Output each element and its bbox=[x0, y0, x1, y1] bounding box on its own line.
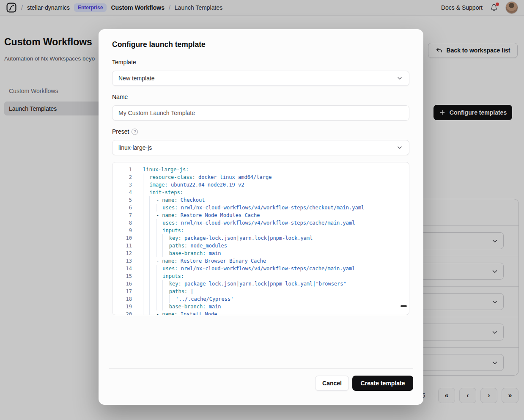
line-number: 7 bbox=[119, 211, 132, 219]
indent-guide bbox=[143, 280, 149, 288]
indent-guide bbox=[149, 280, 156, 288]
name-input[interactable] bbox=[112, 105, 409, 121]
template-select-value: New template bbox=[118, 75, 155, 82]
code-line: 14uses: nrwl/nx-cloud-workflows/v4/workf… bbox=[119, 265, 409, 272]
code-line: 16key: package-lock.json|yarn.lock|pnpm-… bbox=[119, 280, 409, 288]
indent-guide bbox=[143, 227, 149, 234]
line-number: 16 bbox=[119, 280, 132, 288]
indent-guide bbox=[149, 303, 156, 310]
indent-guide bbox=[143, 242, 149, 250]
preset-select-value: linux-large-js bbox=[118, 144, 152, 151]
indent-guide bbox=[143, 181, 149, 189]
indent-guide bbox=[149, 250, 156, 257]
indent-guide bbox=[149, 211, 156, 219]
indent-guide bbox=[156, 242, 162, 250]
code-line: 19base-branch: main bbox=[119, 303, 409, 310]
create-template-button[interactable]: Create template bbox=[352, 376, 413, 391]
indent-guide bbox=[162, 234, 169, 242]
indent-guide bbox=[149, 288, 156, 295]
indent-guide bbox=[156, 303, 162, 310]
name-field-label: Name bbox=[112, 93, 128, 100]
indent-guide bbox=[149, 265, 156, 272]
modal-footer-divider bbox=[109, 368, 413, 369]
preset-field-label: Preset ? bbox=[112, 128, 138, 135]
indent-guide bbox=[149, 295, 156, 303]
indent-guide bbox=[156, 204, 162, 211]
editor-scrollbar-thumb[interactable] bbox=[401, 305, 407, 307]
line-number: 14 bbox=[119, 265, 132, 272]
indent-guide bbox=[143, 295, 149, 303]
line-number: 8 bbox=[119, 219, 132, 227]
line-number: 6 bbox=[119, 204, 132, 211]
code-line: 7- name: Restore Node Modules Cache bbox=[119, 211, 409, 219]
template-select[interactable]: New template bbox=[112, 71, 409, 86]
indent-guide bbox=[143, 234, 149, 242]
line-number: 18 bbox=[119, 295, 132, 303]
indent-guide bbox=[143, 310, 149, 315]
indent-guide bbox=[143, 173, 149, 181]
line-number: 17 bbox=[119, 288, 132, 295]
indent-guide bbox=[143, 257, 149, 265]
indent-guide bbox=[143, 265, 149, 272]
line-number: 13 bbox=[119, 257, 132, 265]
indent-guide bbox=[156, 288, 162, 295]
indent-guide bbox=[143, 288, 149, 295]
code-line: 6uses: nrwl/nx-cloud-workflows/v4/workfl… bbox=[119, 204, 409, 211]
yaml-code-editor[interactable]: 1linux-large-js:2resource-class: docker_… bbox=[112, 162, 409, 315]
code-editor-lines: 1linux-large-js:2resource-class: docker_… bbox=[119, 166, 409, 315]
code-line: 10key: package-lock.json|yarn.lock|pnpm-… bbox=[119, 234, 409, 242]
line-number: 11 bbox=[119, 242, 132, 250]
indent-guide bbox=[156, 295, 162, 303]
indent-guide bbox=[143, 219, 149, 227]
code-line: 13- name: Restore Browser Binary Cache bbox=[119, 257, 409, 265]
code-line: 17paths: | bbox=[119, 288, 409, 295]
code-line: 20- name: Install Node bbox=[119, 310, 409, 315]
line-number: 4 bbox=[119, 189, 132, 196]
indent-guide bbox=[149, 204, 156, 211]
indent-guide bbox=[156, 250, 162, 257]
indent-guide bbox=[162, 242, 169, 250]
preset-select[interactable]: linux-large-js bbox=[112, 140, 409, 155]
code-line: 15inputs: bbox=[119, 272, 409, 280]
indent-guide bbox=[156, 227, 162, 234]
line-number: 19 bbox=[119, 303, 132, 310]
indent-guide bbox=[156, 234, 162, 242]
indent-guide bbox=[149, 196, 156, 204]
line-number: 2 bbox=[119, 173, 132, 181]
line-number: 1 bbox=[119, 166, 132, 173]
indent-guide bbox=[143, 303, 149, 310]
indent-guide bbox=[156, 280, 162, 288]
line-number: 12 bbox=[119, 250, 132, 257]
indent-guide bbox=[149, 234, 156, 242]
line-number: 9 bbox=[119, 227, 132, 234]
indent-guide bbox=[149, 257, 156, 265]
indent-guide bbox=[143, 204, 149, 211]
indent-guide bbox=[162, 295, 169, 303]
indent-guide bbox=[149, 310, 156, 315]
indent-guide bbox=[143, 211, 149, 219]
indent-guide bbox=[156, 219, 162, 227]
indent-guide bbox=[156, 265, 162, 272]
indent-guide bbox=[156, 272, 162, 280]
line-number: 5 bbox=[119, 196, 132, 204]
indent-guide bbox=[162, 288, 169, 295]
line-number: 15 bbox=[119, 272, 132, 280]
help-icon[interactable]: ? bbox=[132, 129, 138, 135]
indent-guide bbox=[162, 250, 169, 257]
indent-guide bbox=[149, 242, 156, 250]
code-line: 3image: ubuntu22.04-node20.19-v2 bbox=[119, 181, 409, 189]
code-line: 18'../.cache/Cypress' bbox=[119, 295, 409, 303]
code-line: 1linux-large-js: bbox=[119, 166, 409, 173]
line-number: 3 bbox=[119, 181, 132, 189]
modal-title: Configure launch template bbox=[112, 40, 206, 49]
code-line: 9inputs: bbox=[119, 227, 409, 234]
line-number: 20 bbox=[119, 310, 132, 315]
indent-guide bbox=[149, 272, 156, 280]
indent-guide bbox=[149, 227, 156, 234]
cancel-button[interactable]: Cancel bbox=[315, 376, 349, 391]
code-line: 11paths: node_modules bbox=[119, 242, 409, 250]
configure-launch-template-modal: Configure launch template Template New t… bbox=[99, 29, 423, 405]
indent-guide bbox=[143, 196, 149, 204]
indent-guide bbox=[149, 219, 156, 227]
code-line: 2resource-class: docker_linux_amd64/larg… bbox=[119, 173, 409, 181]
